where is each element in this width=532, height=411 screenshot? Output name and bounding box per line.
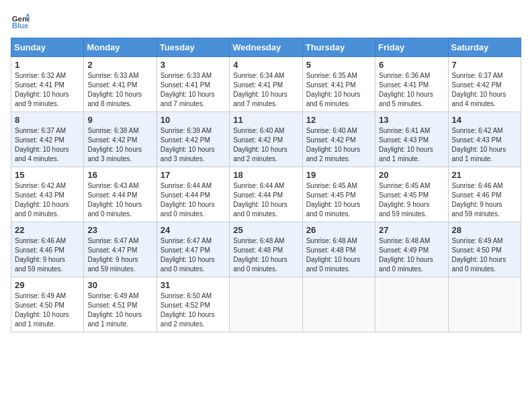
day-info: Sunrise: 6:33 AM Sunset: 4:41 PM Dayligh… — [87, 71, 152, 109]
day-number: 1 — [15, 60, 80, 70]
day-number: 29 — [15, 280, 80, 290]
calendar-cell — [448, 277, 521, 332]
day-number: 9 — [87, 115, 152, 125]
calendar-cell: 8Sunrise: 6:37 AM Sunset: 4:42 PM Daylig… — [11, 112, 84, 167]
day-info: Sunrise: 6:42 AM Sunset: 4:43 PM Dayligh… — [15, 181, 80, 219]
day-info: Sunrise: 6:46 AM Sunset: 4:46 PM Dayligh… — [15, 236, 80, 274]
day-header-friday: Friday — [375, 38, 448, 57]
day-number: 24 — [161, 225, 226, 235]
day-info: Sunrise: 6:37 AM Sunset: 4:42 PM Dayligh… — [452, 71, 517, 109]
calendar-cell: 6Sunrise: 6:36 AM Sunset: 4:41 PM Daylig… — [375, 57, 448, 112]
day-number: 12 — [306, 115, 371, 125]
day-info: Sunrise: 6:45 AM Sunset: 4:45 PM Dayligh… — [379, 181, 444, 219]
calendar-cell: 4Sunrise: 6:34 AM Sunset: 4:41 PM Daylig… — [230, 57, 302, 112]
day-header-sunday: Sunday — [11, 38, 84, 57]
calendar-cell: 25Sunrise: 6:48 AM Sunset: 4:48 PM Dayli… — [230, 222, 302, 277]
page-header: General Blue — [11, 11, 521, 30]
day-info: Sunrise: 6:47 AM Sunset: 4:47 PM Dayligh… — [87, 236, 152, 274]
day-info: Sunrise: 6:48 AM Sunset: 4:49 PM Dayligh… — [379, 236, 444, 274]
day-number: 4 — [233, 60, 298, 70]
calendar-cell: 3Sunrise: 6:33 AM Sunset: 4:41 PM Daylig… — [157, 57, 229, 112]
day-number: 6 — [379, 60, 444, 70]
calendar-cell — [375, 277, 448, 332]
day-number: 21 — [452, 170, 517, 180]
calendar-week-3: 15Sunrise: 6:42 AM Sunset: 4:43 PM Dayli… — [11, 167, 521, 222]
day-info: Sunrise: 6:45 AM Sunset: 4:45 PM Dayligh… — [306, 181, 371, 219]
day-number: 16 — [87, 170, 152, 180]
day-header-thursday: Thursday — [302, 38, 375, 57]
day-number: 2 — [87, 60, 152, 70]
calendar-week-5: 29Sunrise: 6:49 AM Sunset: 4:50 PM Dayli… — [11, 277, 521, 332]
calendar-body: 1Sunrise: 6:32 AM Sunset: 4:41 PM Daylig… — [11, 57, 521, 332]
day-number: 5 — [306, 60, 371, 70]
day-number: 18 — [233, 170, 298, 180]
calendar-cell: 30Sunrise: 6:49 AM Sunset: 4:51 PM Dayli… — [84, 277, 157, 332]
day-header-wednesday: Wednesday — [230, 38, 302, 57]
day-info: Sunrise: 6:32 AM Sunset: 4:41 PM Dayligh… — [15, 71, 80, 109]
day-info: Sunrise: 6:40 AM Sunset: 4:42 PM Dayligh… — [306, 126, 371, 164]
calendar-cell: 26Sunrise: 6:48 AM Sunset: 4:48 PM Dayli… — [302, 222, 375, 277]
day-header-monday: Monday — [84, 38, 157, 57]
day-info: Sunrise: 6:33 AM Sunset: 4:41 PM Dayligh… — [161, 71, 226, 109]
day-info: Sunrise: 6:34 AM Sunset: 4:41 PM Dayligh… — [233, 71, 298, 109]
day-number: 31 — [161, 280, 226, 290]
day-number: 28 — [452, 225, 517, 235]
calendar-cell: 28Sunrise: 6:49 AM Sunset: 4:50 PM Dayli… — [448, 222, 521, 277]
calendar-cell — [230, 277, 302, 332]
calendar-cell: 20Sunrise: 6:45 AM Sunset: 4:45 PM Dayli… — [375, 167, 448, 222]
calendar-cell: 21Sunrise: 6:46 AM Sunset: 4:46 PM Dayli… — [448, 167, 521, 222]
calendar-cell: 23Sunrise: 6:47 AM Sunset: 4:47 PM Dayli… — [84, 222, 157, 277]
day-number: 19 — [306, 170, 371, 180]
svg-text:Blue: Blue — [12, 21, 29, 30]
calendar-cell — [302, 277, 375, 332]
day-number: 10 — [161, 115, 226, 125]
day-number: 14 — [452, 115, 517, 125]
calendar-cell: 7Sunrise: 6:37 AM Sunset: 4:42 PM Daylig… — [448, 57, 521, 112]
day-number: 17 — [161, 170, 226, 180]
day-info: Sunrise: 6:39 AM Sunset: 4:42 PM Dayligh… — [161, 126, 226, 164]
day-number: 25 — [233, 225, 298, 235]
calendar-cell: 9Sunrise: 6:38 AM Sunset: 4:42 PM Daylig… — [84, 112, 157, 167]
calendar-cell: 5Sunrise: 6:35 AM Sunset: 4:41 PM Daylig… — [302, 57, 375, 112]
day-number: 27 — [379, 225, 444, 235]
day-info: Sunrise: 6:49 AM Sunset: 4:50 PM Dayligh… — [15, 291, 80, 329]
day-info: Sunrise: 6:36 AM Sunset: 4:41 PM Dayligh… — [379, 71, 444, 109]
calendar-cell: 16Sunrise: 6:43 AM Sunset: 4:44 PM Dayli… — [84, 167, 157, 222]
calendar-week-1: 1Sunrise: 6:32 AM Sunset: 4:41 PM Daylig… — [11, 57, 521, 112]
day-info: Sunrise: 6:44 AM Sunset: 4:44 PM Dayligh… — [161, 181, 226, 219]
day-info: Sunrise: 6:41 AM Sunset: 4:43 PM Dayligh… — [379, 126, 444, 164]
day-number: 23 — [87, 225, 152, 235]
calendar-cell: 18Sunrise: 6:44 AM Sunset: 4:44 PM Dayli… — [230, 167, 302, 222]
day-number: 15 — [15, 170, 80, 180]
day-number: 3 — [161, 60, 226, 70]
day-number: 30 — [87, 280, 152, 290]
day-info: Sunrise: 6:37 AM Sunset: 4:42 PM Dayligh… — [15, 126, 80, 164]
day-header-saturday: Saturday — [448, 38, 521, 57]
day-info: Sunrise: 6:35 AM Sunset: 4:41 PM Dayligh… — [306, 71, 371, 109]
calendar-cell: 10Sunrise: 6:39 AM Sunset: 4:42 PM Dayli… — [157, 112, 229, 167]
day-number: 22 — [15, 225, 80, 235]
day-info: Sunrise: 6:43 AM Sunset: 4:44 PM Dayligh… — [87, 181, 152, 219]
calendar-cell: 11Sunrise: 6:40 AM Sunset: 4:42 PM Dayli… — [230, 112, 302, 167]
day-info: Sunrise: 6:44 AM Sunset: 4:44 PM Dayligh… — [233, 181, 298, 219]
calendar-cell: 14Sunrise: 6:42 AM Sunset: 4:43 PM Dayli… — [448, 112, 521, 167]
calendar-cell: 1Sunrise: 6:32 AM Sunset: 4:41 PM Daylig… — [11, 57, 84, 112]
calendar-week-4: 22Sunrise: 6:46 AM Sunset: 4:46 PM Dayli… — [11, 222, 521, 277]
day-info: Sunrise: 6:38 AM Sunset: 4:42 PM Dayligh… — [87, 126, 152, 164]
logo-icon: General Blue — [11, 11, 30, 30]
day-info: Sunrise: 6:46 AM Sunset: 4:46 PM Dayligh… — [452, 181, 517, 219]
calendar-cell: 22Sunrise: 6:46 AM Sunset: 4:46 PM Dayli… — [11, 222, 84, 277]
day-info: Sunrise: 6:48 AM Sunset: 4:48 PM Dayligh… — [233, 236, 298, 274]
day-header-tuesday: Tuesday — [157, 38, 229, 57]
day-number: 11 — [233, 115, 298, 125]
calendar-cell: 2Sunrise: 6:33 AM Sunset: 4:41 PM Daylig… — [84, 57, 157, 112]
calendar-table: SundayMondayTuesdayWednesdayThursdayFrid… — [11, 38, 521, 332]
calendar-cell: 12Sunrise: 6:40 AM Sunset: 4:42 PM Dayli… — [302, 112, 375, 167]
calendar-cell: 15Sunrise: 6:42 AM Sunset: 4:43 PM Dayli… — [11, 167, 84, 222]
day-number: 20 — [379, 170, 444, 180]
day-info: Sunrise: 6:49 AM Sunset: 4:51 PM Dayligh… — [87, 291, 152, 329]
calendar-cell: 29Sunrise: 6:49 AM Sunset: 4:50 PM Dayli… — [11, 277, 84, 332]
calendar-cell: 19Sunrise: 6:45 AM Sunset: 4:45 PM Dayli… — [302, 167, 375, 222]
day-info: Sunrise: 6:47 AM Sunset: 4:47 PM Dayligh… — [161, 236, 226, 274]
day-info: Sunrise: 6:40 AM Sunset: 4:42 PM Dayligh… — [233, 126, 298, 164]
